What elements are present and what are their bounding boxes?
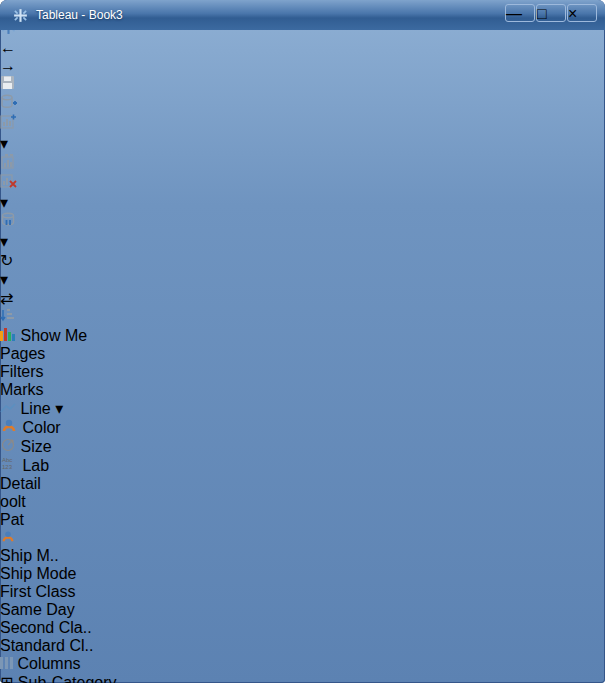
marks-buttons-row2: Detail oolt Pat [0, 475, 605, 529]
legend-item-second-class[interactable]: Second Cla.. [0, 619, 605, 637]
workspace: Pages Filters Marks Line ▾ [0, 345, 605, 683]
expand-icon[interactable]: ⊞ [0, 674, 13, 683]
label-abc-icon: Abc 123 [0, 456, 18, 471]
app-body: File Data Worksheet Dashboard Story Anal… [0, 0, 605, 683]
legend-label: Second Cla.. [0, 619, 92, 636]
undo-icon[interactable]: ← [0, 39, 605, 57]
save-icon[interactable] [0, 75, 605, 94]
legend-item-same-day[interactable]: Same Day [0, 601, 605, 619]
legend-label: Same Day [0, 601, 75, 618]
new-worksheet-icon[interactable] [0, 114, 605, 134]
path-button[interactable]: Pat [0, 511, 605, 529]
columns-label: Columns [17, 655, 80, 672]
color-button[interactable]: Color [0, 418, 605, 437]
pause-auto-updates-icon[interactable] [0, 212, 605, 232]
add-data-source-icon[interactable] [0, 94, 605, 114]
sidebar: Pages Filters Marks Line ▾ [0, 345, 605, 655]
ship-mode-legend: Ship Mode First Class Same Day Second Cl… [0, 565, 605, 655]
new-sheet-caret-icon[interactable]: ▾ [0, 135, 8, 152]
filters-title: Filters [0, 363, 605, 381]
pages-title: Pages [0, 345, 605, 363]
filters-shelf[interactable]: Filters [0, 363, 605, 381]
mark-type-caret-icon: ▾ [55, 400, 63, 417]
swap-rows-columns-icon[interactable]: ⇄ [0, 289, 605, 308]
legend-item-standard-class[interactable]: Standard Cl.. [0, 637, 605, 655]
sub-category-pill-label: Sub-Category [18, 674, 117, 683]
color-encoding-row: Ship M.. [0, 529, 605, 565]
close-button[interactable]: × [567, 4, 597, 22]
columns-icon [0, 657, 13, 669]
size-button[interactable]: Size [0, 437, 605, 456]
label-button-label: Lab [22, 457, 49, 474]
pause-caret-icon[interactable]: ▾ [0, 233, 8, 250]
title-bar: Tableau - Book3 — □ × [0, 0, 605, 30]
show-me-label: Show Me [20, 327, 87, 344]
marks-buttons-row1: Color Size Abc 123 Lab [0, 418, 605, 475]
mark-type-dropdown[interactable]: Line ▾ [0, 399, 605, 418]
svg-text:Abc: Abc [2, 457, 12, 463]
marks-card: Marks Line ▾ Color [0, 381, 605, 565]
color-encoding-icon [0, 530, 16, 543]
svg-text:123: 123 [2, 464, 13, 470]
refresh-icon[interactable]: ↻ [0, 251, 605, 270]
detail-button[interactable]: Detail [0, 475, 605, 493]
legend-label: First Class [0, 583, 76, 600]
size-button-label: Size [20, 438, 51, 455]
show-me-chart-icon [0, 327, 16, 341]
caption-buttons: — □ × [505, 4, 597, 22]
redo-icon[interactable]: → [0, 57, 605, 75]
columns-shelf[interactable]: Columns ⊞ Sub-Category [0, 655, 605, 683]
sort-ascending-icon[interactable] [0, 308, 605, 327]
minimize-button[interactable]: — [505, 4, 535, 22]
marks-title: Marks [0, 381, 605, 399]
clear-sheet-icon[interactable] [0, 173, 605, 193]
legend-item-first-class[interactable]: First Class [0, 583, 605, 601]
tableau-logo-icon [12, 7, 29, 24]
legend-label: Standard Cl.. [0, 637, 93, 654]
window-title: Tableau - Book3 [36, 8, 123, 22]
pages-shelf[interactable]: Pages [0, 345, 605, 363]
duplicate-sheet-icon[interactable] [0, 153, 605, 173]
toolbar: ← → ▾ ▾ ▾ ↻ [0, 18, 605, 345]
size-circle-icon [0, 437, 16, 452]
color-button-label: Color [22, 419, 60, 436]
sub-category-pill[interactable]: ⊞ Sub-Category [0, 673, 605, 683]
line-mark-icon [0, 402, 16, 414]
legend-title: Ship Mode [0, 565, 605, 583]
main-pane: Columns ⊞ Sub-Category Rows rank ▾ [0, 655, 605, 683]
color-dots-icon [0, 418, 18, 433]
label-button[interactable]: Abc 123 Lab [0, 456, 605, 475]
clear-sheet-caret-icon[interactable]: ▾ [0, 194, 8, 211]
show-me-button[interactable]: Show Me [0, 327, 605, 345]
mark-type-label: Line [20, 400, 50, 417]
tableau-window: Tableau - Book3 — □ × File Data Workshee… [0, 0, 605, 683]
refresh-caret-icon[interactable]: ▾ [0, 271, 8, 288]
ship-mode-pill[interactable]: Ship M.. [0, 547, 605, 565]
tooltip-button[interactable]: oolt [0, 493, 605, 511]
maximize-button[interactable]: □ [536, 4, 566, 22]
